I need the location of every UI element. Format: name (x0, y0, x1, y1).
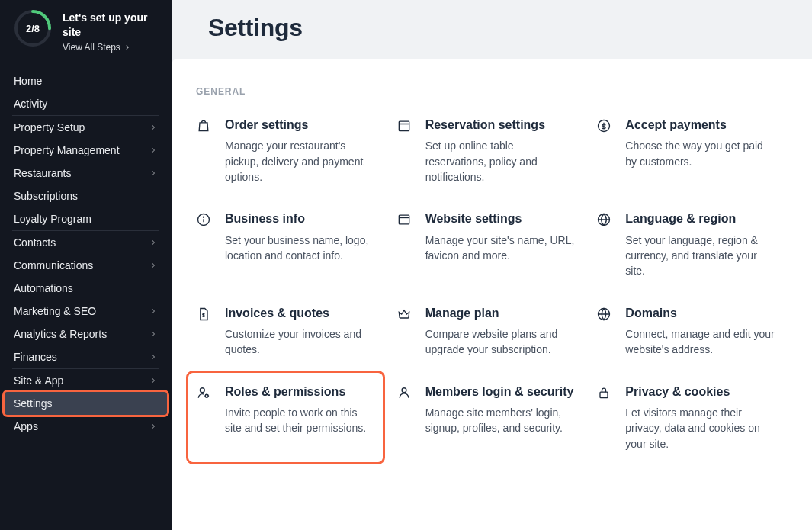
card-desc: Compare website plans and upgrade your s… (425, 326, 576, 358)
chevron-right-icon (149, 123, 158, 132)
card-title: Accept payments (625, 117, 775, 133)
chevron-right-icon (149, 238, 158, 247)
nav-item-label: Restaurants (14, 167, 71, 179)
card-desc: Connect, manage and edit your website's … (625, 326, 775, 358)
nav-item-restaurants[interactable]: Restaurants (0, 162, 172, 185)
nav-item-contacts[interactable]: Contacts (0, 231, 172, 254)
nav-item-marketing-seo[interactable]: Marketing & SEO (0, 300, 172, 323)
calendar-icon (396, 118, 412, 133)
chevron-right-icon (149, 422, 158, 431)
chevron-right-icon (124, 43, 131, 51)
nav-item-property-management[interactable]: Property Management (0, 139, 172, 162)
settings-card-manage-plan[interactable]: Manage planCompare website plans and upg… (396, 305, 576, 358)
card-title: Roles & permissions (225, 384, 375, 400)
progress-label: 2/8 (14, 9, 52, 47)
nav-item-label: Activity (14, 98, 47, 110)
settings-card-website-settings[interactable]: Website settingsManage your site's name,… (396, 210, 576, 278)
settings-grid: Order settingsManage your restaurant's p… (196, 117, 775, 451)
card-title: Language & region (625, 210, 775, 227)
card-title: Invoices & quotes (225, 305, 375, 322)
nav-item-loyalty-program[interactable]: Loyalty Program (0, 207, 172, 230)
section-label: General (196, 86, 775, 97)
sidebar: 2/8 Let's set up your site View All Step… (0, 0, 172, 530)
nav-item-label: Marketing & SEO (14, 305, 96, 317)
nav-item-label: Property Setup (14, 121, 85, 133)
card-desc: Customize your invoices and quotes. (225, 326, 375, 358)
nav-item-analytics-reports[interactable]: Analytics & Reports (0, 323, 172, 345)
settings-card-domains[interactable]: DomainsConnect, manage and edit your web… (596, 305, 775, 358)
nav-item-subscriptions[interactable]: Subscriptions (0, 185, 172, 207)
settings-card-privacy-cookies[interactable]: Privacy & cookiesLet visitors manage the… (596, 384, 775, 451)
nav-item-automations[interactable]: Automations (0, 277, 172, 300)
card-title: Business info (225, 210, 375, 227)
settings-card-reservation-settings[interactable]: Reservation settingsSet up online table … (396, 117, 576, 185)
nav-item-settings[interactable]: Settings (5, 392, 167, 415)
card-desc: Manage site members' login, signup, prof… (425, 405, 576, 436)
lock-icon (596, 385, 611, 400)
info-icon (196, 212, 211, 227)
setup-link-text: View All Steps (63, 42, 120, 53)
chevron-right-icon (149, 329, 158, 339)
nav-item-label: Settings (14, 397, 53, 410)
card-desc: Let visitors manage their privacy, data … (625, 405, 775, 451)
chevron-right-icon (149, 352, 158, 361)
chevron-right-icon (149, 146, 158, 155)
nav-item-label: Site & App (14, 374, 63, 387)
chevron-right-icon (149, 169, 158, 178)
chevron-right-icon (149, 376, 158, 385)
nav-item-label: Loyalty Program (14, 213, 91, 225)
card-desc: Manage your site's name, URL, favicon an… (425, 233, 576, 264)
person-gear-icon (196, 385, 211, 400)
svg-point-11 (402, 387, 406, 392)
setup-title: Let's set up your site (63, 11, 161, 40)
page-header: Settings (172, 0, 812, 59)
page-title: Settings (208, 14, 775, 42)
card-desc: Choose the way you get paid by customers… (625, 138, 775, 169)
settings-card-members-login-security[interactable]: Members login & securityManage site memb… (396, 384, 576, 451)
settings-panel: General Order settingsManage your restau… (172, 59, 812, 530)
card-desc: Invite people to work on this site and s… (225, 405, 375, 436)
card-title: Domains (625, 305, 775, 322)
nav: HomeActivityProperty SetupProperty Manag… (0, 63, 172, 441)
card-title: Website settings (425, 210, 576, 227)
card-title: Manage plan (425, 305, 576, 322)
card-desc: Manage your restaurant's pickup, deliver… (225, 138, 375, 185)
nav-item-label: Apps (14, 420, 38, 432)
svg-rect-12 (600, 392, 608, 398)
progress-ring: 2/8 (14, 9, 52, 47)
nav-item-communications[interactable]: Communications (0, 254, 172, 277)
nav-item-label: Subscriptions (14, 190, 78, 202)
svg-point-5 (204, 217, 204, 217)
nav-item-activity[interactable]: Activity (0, 92, 172, 115)
svg-point-9 (200, 387, 204, 392)
card-title: Order settings (225, 117, 375, 133)
dollar-icon (596, 118, 611, 133)
crown-icon (396, 307, 412, 322)
settings-card-language-region[interactable]: Language & regionSet your language, regi… (596, 210, 775, 278)
card-desc: Set up online table reservations, policy… (425, 138, 576, 185)
settings-card-business-info[interactable]: Business infoSet your business name, log… (196, 210, 375, 278)
world-icon (596, 307, 611, 322)
nav-item-label: Contacts (14, 236, 56, 249)
setup-view-all-link[interactable]: View All Steps (63, 42, 161, 53)
nav-item-label: Analytics & Reports (14, 328, 107, 340)
globe-icon (596, 212, 611, 227)
main-content: Settings General Order settingsManage yo… (172, 0, 812, 530)
nav-item-label: Home (14, 75, 42, 87)
settings-card-roles-permissions[interactable]: Roles & permissionsInvite people to work… (188, 373, 383, 462)
nav-item-home[interactable]: Home (0, 69, 172, 92)
settings-card-invoices-quotes[interactable]: Invoices & quotesCustomize your invoices… (196, 305, 375, 358)
nav-item-property-setup[interactable]: Property Setup (0, 116, 172, 139)
nav-item-apps[interactable]: Apps (0, 415, 172, 438)
nav-item-label: Property Management (14, 144, 120, 156)
settings-card-order-settings[interactable]: Order settingsManage your restaurant's p… (196, 117, 375, 185)
setup-progress-block[interactable]: 2/8 Let's set up your site View All Step… (0, 0, 172, 63)
nav-item-site-app[interactable]: Site & App (0, 369, 172, 392)
nav-item-label: Finances (14, 351, 57, 363)
card-desc: Set your language, region & currency, an… (625, 233, 775, 279)
file-dollar-icon (196, 307, 211, 322)
nav-item-finances[interactable]: Finances (0, 345, 172, 368)
settings-card-accept-payments[interactable]: Accept paymentsChoose the way you get pa… (596, 117, 775, 185)
nav-item-label: Communications (14, 259, 93, 271)
card-title: Reservation settings (425, 117, 576, 133)
